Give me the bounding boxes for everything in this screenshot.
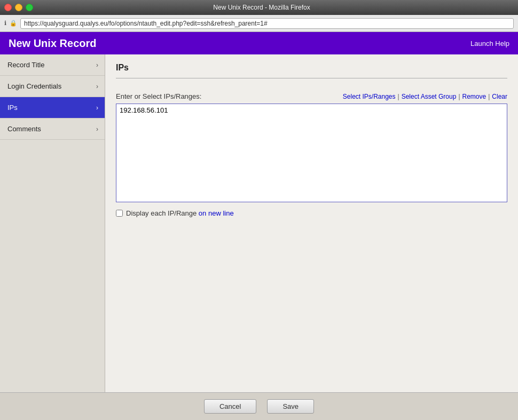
- clear-link[interactable]: Clear: [492, 93, 507, 100]
- info-icon: ℹ: [4, 20, 6, 27]
- select-ips-link[interactable]: Select IPs/Ranges: [343, 93, 396, 100]
- ips-textarea[interactable]: 192.168.56.101: [116, 104, 507, 202]
- separator2: |: [458, 93, 460, 100]
- sidebar: Record Title › Login Credentials › IPs ›…: [0, 54, 105, 392]
- chevron-right-icon: ›: [96, 125, 98, 133]
- ips-actions: Select IPs/Ranges | Select Asset Group |…: [343, 93, 507, 100]
- chevron-right-icon: ›: [96, 61, 98, 69]
- window-title: New Unix Record - Mozilla Firefox: [10, 4, 514, 11]
- display-newline-checkbox[interactable]: [116, 210, 123, 217]
- select-asset-group-link[interactable]: Select Asset Group: [402, 93, 457, 100]
- launch-help-link[interactable]: Launch Help: [470, 39, 509, 47]
- sidebar-item-comments[interactable]: Comments ›: [0, 118, 105, 140]
- ips-form-section: Enter or Select IPs/Ranges: Select IPs/R…: [116, 87, 507, 223]
- page-title: New Unix Record: [9, 37, 96, 50]
- sidebar-item-label: Record Title: [7, 61, 44, 69]
- display-newline-label: Display each IP/Range on new line: [126, 209, 234, 217]
- remove-link[interactable]: Remove: [462, 93, 486, 100]
- content-area: IPs Enter or Select IPs/Ranges: Select I…: [105, 54, 518, 392]
- chevron-right-icon: ›: [96, 104, 98, 112]
- checkbox-row: Display each IP/Range on new line: [116, 209, 507, 217]
- sidebar-item-login-credentials[interactable]: Login Credentials ›: [0, 76, 105, 97]
- sidebar-item-ips[interactable]: IPs ›: [0, 97, 105, 118]
- cancel-button[interactable]: Cancel: [204, 399, 256, 414]
- main-layout: Record Title › Login Credentials › IPs ›…: [0, 54, 518, 392]
- separator3: |: [488, 93, 490, 100]
- sidebar-item-label: IPs: [7, 104, 18, 112]
- addressbar: ℹ 🔒: [0, 15, 518, 32]
- enter-ips-label: Enter or Select IPs/Ranges:: [116, 92, 201, 100]
- save-button[interactable]: Save: [267, 399, 314, 414]
- titlebar: New Unix Record - Mozilla Firefox: [0, 0, 518, 15]
- sidebar-item-record-title[interactable]: Record Title ›: [0, 54, 105, 76]
- sidebar-item-label: Login Credentials: [7, 82, 61, 90]
- ips-header: Enter or Select IPs/Ranges: Select IPs/R…: [116, 92, 507, 100]
- app-header: New Unix Record Launch Help: [0, 32, 518, 54]
- separator1: |: [398, 93, 399, 100]
- on-new-line-link[interactable]: on new line: [199, 209, 234, 217]
- url-input[interactable]: [20, 18, 514, 29]
- sidebar-item-label: Comments: [7, 125, 41, 133]
- footer: Cancel Save: [0, 392, 518, 420]
- chevron-right-icon: ›: [96, 83, 98, 90]
- lock-icon: 🔒: [10, 20, 17, 27]
- section-title: IPs: [116, 63, 507, 78]
